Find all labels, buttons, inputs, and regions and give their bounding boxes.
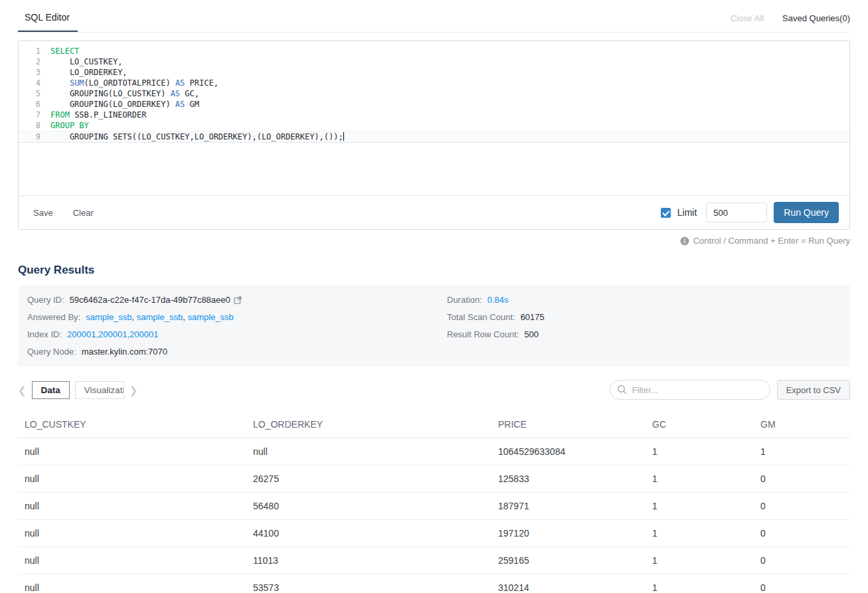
close-all-button[interactable]: Close All — [731, 13, 764, 23]
table-cell: null — [246, 438, 491, 465]
query-node-row: Query Node: master.kylin.com:7070 — [27, 347, 447, 357]
code-line[interactable]: 4 SUM(LO_ORDTOTALPRICE) AS PRICE, — [19, 78, 849, 88]
column-header[interactable]: GM — [754, 411, 850, 438]
scan-count-value: 60175 — [521, 312, 545, 322]
table-row[interactable]: nullnull106452963308411 — [18, 438, 850, 465]
results-toolbar: ❮︎ Data Visualization ❯︎ Export to CSV — [18, 380, 850, 400]
code-line[interactable]: 3 LO_ORDERKEY, — [19, 67, 849, 78]
export-csv-button[interactable]: Export to CSV — [777, 380, 850, 400]
line-number: 6 — [19, 99, 50, 110]
limit-input[interactable] — [706, 203, 767, 222]
row-count-row: Result Row Count: 500 — [447, 329, 545, 339]
code-line[interactable]: 9 GROUPING SETS((LO_CUSTKEY,LO_ORDERKEY)… — [19, 131, 849, 143]
answered-by-link[interactable]: sample_ssb — [137, 312, 183, 322]
table-cell: 1 — [754, 438, 850, 465]
scan-count-label: Total Scan Count: — [447, 312, 515, 322]
table-header-row: LO_CUSTKEYLO_ORDERKEYPRICEGCGM — [18, 411, 850, 438]
table-cell: 187971 — [491, 492, 646, 519]
table-cell: 1 — [646, 465, 754, 492]
table-cell: 0 — [754, 465, 850, 492]
query-node-label: Query Node: — [27, 347, 76, 357]
table-cell: 1 — [646, 492, 754, 519]
index-id-value[interactable]: 200001,200001,200001 — [67, 329, 158, 339]
table-cell: 125833 — [491, 465, 646, 492]
table-row[interactable]: null1101325916510 — [18, 547, 850, 574]
duration-value: 0.84s — [487, 295, 509, 305]
code-line[interactable]: 2 LO_CUSTKEY, — [19, 56, 849, 67]
duration-row: Duration: 0.84s — [447, 295, 545, 305]
code-line[interactable]: 1SELECT — [19, 46, 849, 56]
table-cell: 56480 — [246, 492, 491, 519]
answered-by-link[interactable]: sample_ssb — [187, 312, 233, 322]
query-info-panel: Query ID: 59c6462a-c22e-f47c-17da-49b77c… — [18, 286, 850, 367]
chevron-left-icon[interactable]: ❮︎ — [18, 385, 27, 395]
answered-by-values: sample_ssb, sample_ssb, sample_ssb — [86, 312, 234, 322]
column-header[interactable]: PRICE — [491, 411, 646, 438]
text-cursor — [343, 132, 344, 141]
answered-by-label: Answered By: — [27, 312, 80, 322]
answered-by-link[interactable]: sample_ssb — [86, 312, 131, 322]
table-cell: 1 — [646, 519, 754, 547]
column-header[interactable]: GC — [646, 411, 754, 438]
query-id-row: Query ID: 59c6462a-c22e-f47c-17da-49b77c… — [27, 295, 447, 305]
row-count-value: 500 — [524, 329, 539, 339]
duration-label: Duration: — [447, 295, 482, 305]
editor-tab-bar: SQL Editor Close All Saved Queries(0) — [18, 0, 850, 33]
code-line[interactable]: 8GROUP BY — [19, 120, 849, 131]
code-line[interactable]: 6 GROUPING(LO_ORDERKEY) AS GM — [19, 99, 849, 110]
table-row[interactable]: null5357331021410 — [18, 574, 850, 593]
table-row[interactable]: null2627512583310 — [18, 465, 850, 492]
column-header[interactable]: LO_ORDERKEY — [246, 411, 491, 438]
tab-data[interactable]: Data — [32, 381, 70, 399]
table-cell: 197120 — [491, 519, 646, 547]
query-info-left: Query ID: 59c6462a-c22e-f47c-17da-49b77c… — [27, 295, 447, 364]
filter-input[interactable] — [610, 380, 770, 400]
row-count-label: Result Row Count: — [447, 329, 519, 339]
column-header[interactable]: LO_CUSTKEY — [18, 411, 246, 438]
info-icon — [680, 236, 689, 246]
index-id-row: Index ID: 200001,200001,200001 — [27, 329, 447, 339]
shortcut-hint-text: Control / Command + Enter = Run Query — [693, 236, 850, 246]
save-button[interactable]: Save — [33, 208, 53, 218]
run-query-button[interactable]: Run Query — [774, 202, 839, 223]
table-cell: 26275 — [246, 465, 491, 492]
query-info-right: Duration: 0.84s Total Scan Count: 60175 … — [447, 295, 545, 364]
sql-editor-page: SQL Editor Close All Saved Queries(0) 1S… — [0, 0, 868, 593]
shortcut-hint: Control / Command + Enter = Run Query — [18, 236, 850, 246]
code-editor[interactable]: 1SELECT2 LO_CUSTKEY,3 LO_ORDERKEY,4 SUM(… — [19, 41, 849, 195]
results-toolbar-right: Export to CSV — [610, 380, 850, 400]
code-line[interactable]: 5 GROUPING(LO_CUSTKEY) AS GC, — [19, 88, 849, 99]
tab-visualization[interactable]: Visualization — [75, 381, 124, 399]
external-link-icon[interactable] — [234, 296, 242, 304]
code-line[interactable]: 7FROM SSB.P_LINEORDER — [19, 110, 849, 120]
query-results-title: Query Results — [18, 264, 850, 277]
chevron-right-icon[interactable]: ❯︎ — [130, 385, 138, 395]
table-body: nullnull106452963308411null2627512583310… — [18, 438, 850, 593]
scan-count-row: Total Scan Count: 60175 — [447, 312, 545, 322]
tab-bar-actions: Close All Saved Queries(0) — [731, 13, 850, 32]
table-cell: 44100 — [246, 519, 491, 547]
table-cell: 1 — [646, 574, 754, 593]
tab-sql-editor[interactable]: SQL Editor — [18, 12, 78, 32]
saved-queries-button[interactable]: Saved Queries(0) — [782, 13, 850, 23]
clear-button[interactable]: Clear — [73, 208, 94, 218]
table-cell: 53573 — [246, 574, 491, 593]
limit-label: Limit — [677, 207, 697, 218]
search-icon — [617, 384, 627, 397]
results-table: LO_CUSTKEYLO_ORDERKEYPRICEGCGM nullnull1… — [18, 411, 850, 593]
table-cell: 1 — [646, 438, 754, 465]
table-cell: null — [18, 519, 246, 547]
editor-footer: Save Clear Limit Run Query — [19, 195, 849, 229]
table-cell: 0 — [754, 492, 850, 519]
table-cell: null — [18, 465, 246, 492]
sql-editor-card: 1SELECT2 LO_CUSTKEY,3 LO_ORDERKEY,4 SUM(… — [18, 41, 850, 230]
table-cell: 0 — [754, 547, 850, 574]
limit-checkbox[interactable] — [661, 208, 671, 218]
query-node-value: master.kylin.com:7070 — [82, 347, 167, 357]
line-number: 1 — [19, 46, 50, 56]
table-row[interactable]: null5648018797110 — [18, 492, 850, 519]
answered-by-row: Answered By: sample_ssb, sample_ssb, sam… — [27, 312, 447, 322]
line-number: 9 — [19, 131, 50, 142]
editor-footer-right: Limit Run Query — [661, 202, 839, 223]
table-row[interactable]: null4410019712010 — [18, 519, 850, 547]
